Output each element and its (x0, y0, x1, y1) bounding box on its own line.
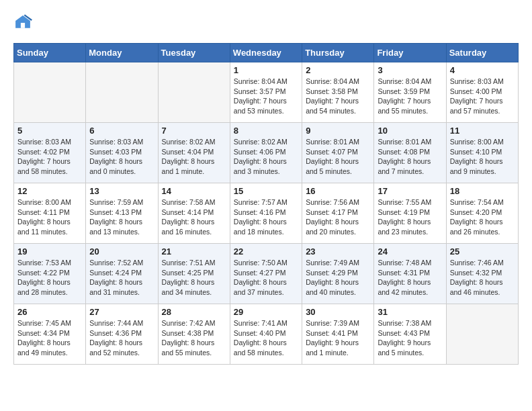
day-number: 22 (234, 246, 298, 257)
day-number: 27 (89, 307, 154, 317)
day-number: 9 (306, 126, 370, 136)
day-number: 7 (162, 126, 226, 136)
day-number: 15 (234, 186, 298, 196)
calendar-cell: 4Sunrise: 8:03 AM Sunset: 4:00 PM Daylig… (446, 62, 518, 123)
day-number: 31 (378, 307, 442, 317)
day-info: Sunrise: 8:00 AM Sunset: 4:10 PM Dayligh… (450, 137, 515, 177)
weekday-header-tuesday: Tuesday (158, 44, 230, 62)
day-number: 11 (450, 126, 515, 136)
day-info: Sunrise: 8:03 AM Sunset: 4:02 PM Dayligh… (17, 137, 82, 177)
day-info: Sunrise: 7:42 AM Sunset: 4:38 PM Dayligh… (162, 318, 226, 358)
day-number: 28 (162, 307, 226, 317)
day-info: Sunrise: 7:38 AM Sunset: 4:43 PM Dayligh… (378, 318, 442, 358)
calendar-week-row: 19Sunrise: 7:53 AM Sunset: 4:22 PM Dayli… (14, 244, 519, 304)
day-info: Sunrise: 8:04 AM Sunset: 3:58 PM Dayligh… (306, 77, 370, 116)
calendar-cell: 27Sunrise: 7:44 AM Sunset: 4:36 PM Dayli… (86, 304, 158, 365)
calendar-cell (158, 62, 230, 123)
day-number: 3 (378, 65, 442, 75)
calendar-cell (446, 304, 518, 365)
day-number: 2 (306, 65, 370, 75)
day-info: Sunrise: 7:52 AM Sunset: 4:24 PM Dayligh… (89, 258, 154, 298)
weekday-header-thursday: Thursday (302, 44, 374, 62)
day-number: 24 (378, 246, 442, 257)
day-info: Sunrise: 7:50 AM Sunset: 4:27 PM Dayligh… (234, 258, 298, 298)
calendar-cell: 16Sunrise: 7:56 AM Sunset: 4:17 PM Dayli… (302, 183, 374, 244)
day-number: 30 (306, 307, 370, 317)
day-number: 21 (162, 246, 226, 257)
calendar-cell: 2Sunrise: 8:04 AM Sunset: 3:58 PM Daylig… (302, 62, 374, 123)
day-info: Sunrise: 7:53 AM Sunset: 4:22 PM Dayligh… (17, 258, 82, 298)
weekday-header-sunday: Sunday (14, 44, 86, 62)
day-number: 16 (306, 186, 370, 196)
calendar-cell: 14Sunrise: 7:58 AM Sunset: 4:14 PM Dayli… (158, 183, 230, 244)
day-info: Sunrise: 7:39 AM Sunset: 4:41 PM Dayligh… (306, 318, 370, 358)
logo (13, 13, 35, 32)
day-info: Sunrise: 7:49 AM Sunset: 4:29 PM Dayligh… (306, 258, 370, 298)
day-number: 29 (234, 307, 298, 317)
calendar-week-row: 26Sunrise: 7:45 AM Sunset: 4:34 PM Dayli… (14, 304, 519, 365)
calendar-cell: 21Sunrise: 7:51 AM Sunset: 4:25 PM Dayli… (158, 244, 230, 304)
calendar-cell: 13Sunrise: 7:59 AM Sunset: 4:13 PM Dayli… (86, 183, 158, 244)
calendar-table: SundayMondayTuesdayWednesdayThursdayFrid… (13, 43, 519, 365)
calendar-cell: 6Sunrise: 8:03 AM Sunset: 4:03 PM Daylig… (86, 123, 158, 183)
calendar-cell: 30Sunrise: 7:39 AM Sunset: 4:41 PM Dayli… (302, 304, 374, 365)
calendar-cell: 9Sunrise: 8:01 AM Sunset: 4:07 PM Daylig… (302, 123, 374, 183)
day-info: Sunrise: 8:04 AM Sunset: 3:57 PM Dayligh… (234, 77, 298, 116)
calendar-cell: 18Sunrise: 7:54 AM Sunset: 4:20 PM Dayli… (446, 183, 518, 244)
calendar-week-row: 5Sunrise: 8:03 AM Sunset: 4:02 PM Daylig… (14, 123, 519, 183)
day-number: 1 (234, 65, 298, 75)
calendar-cell: 17Sunrise: 7:55 AM Sunset: 4:19 PM Dayli… (374, 183, 446, 244)
weekday-header-monday: Monday (86, 44, 158, 62)
day-info: Sunrise: 7:59 AM Sunset: 4:13 PM Dayligh… (89, 197, 154, 237)
day-number: 18 (450, 186, 515, 196)
day-info: Sunrise: 8:04 AM Sunset: 3:59 PM Dayligh… (378, 77, 442, 116)
day-number: 26 (17, 307, 82, 317)
calendar-week-row: 1Sunrise: 8:04 AM Sunset: 3:57 PM Daylig… (14, 62, 519, 123)
day-info: Sunrise: 7:45 AM Sunset: 4:34 PM Dayligh… (17, 318, 82, 358)
day-number: 8 (234, 126, 298, 136)
weekday-header-row: SundayMondayTuesdayWednesdayThursdayFrid… (14, 44, 519, 62)
day-info: Sunrise: 8:02 AM Sunset: 4:06 PM Dayligh… (234, 137, 298, 177)
calendar-cell: 15Sunrise: 7:57 AM Sunset: 4:16 PM Dayli… (230, 183, 302, 244)
calendar-cell: 8Sunrise: 8:02 AM Sunset: 4:06 PM Daylig… (230, 123, 302, 183)
day-info: Sunrise: 7:55 AM Sunset: 4:19 PM Dayligh… (378, 197, 442, 237)
day-number: 23 (306, 246, 370, 257)
logo-icon (13, 13, 32, 32)
day-info: Sunrise: 8:00 AM Sunset: 4:11 PM Dayligh… (17, 197, 82, 237)
day-info: Sunrise: 7:48 AM Sunset: 4:31 PM Dayligh… (378, 258, 442, 298)
calendar-cell: 12Sunrise: 8:00 AM Sunset: 4:11 PM Dayli… (14, 183, 86, 244)
calendar-cell: 19Sunrise: 7:53 AM Sunset: 4:22 PM Dayli… (14, 244, 86, 304)
day-number: 14 (162, 186, 226, 196)
day-info: Sunrise: 8:01 AM Sunset: 4:07 PM Dayligh… (306, 137, 370, 177)
svg-rect-2 (21, 23, 25, 28)
day-number: 5 (17, 126, 82, 136)
calendar-cell: 7Sunrise: 8:02 AM Sunset: 4:04 PM Daylig… (158, 123, 230, 183)
day-info: Sunrise: 7:56 AM Sunset: 4:17 PM Dayligh… (306, 197, 370, 237)
day-info: Sunrise: 7:54 AM Sunset: 4:20 PM Dayligh… (450, 197, 515, 237)
day-number: 10 (378, 126, 442, 136)
header (13, 13, 519, 32)
calendar-week-row: 12Sunrise: 8:00 AM Sunset: 4:11 PM Dayli… (14, 183, 519, 244)
day-info: Sunrise: 8:02 AM Sunset: 4:04 PM Dayligh… (162, 137, 226, 177)
day-number: 19 (17, 246, 82, 257)
day-info: Sunrise: 8:03 AM Sunset: 4:03 PM Dayligh… (89, 137, 154, 177)
day-number: 12 (17, 186, 82, 196)
calendar-cell: 26Sunrise: 7:45 AM Sunset: 4:34 PM Dayli… (14, 304, 86, 365)
day-info: Sunrise: 7:58 AM Sunset: 4:14 PM Dayligh… (162, 197, 226, 237)
weekday-header-saturday: Saturday (446, 44, 518, 62)
calendar-cell: 22Sunrise: 7:50 AM Sunset: 4:27 PM Dayli… (230, 244, 302, 304)
calendar-cell (14, 62, 86, 123)
calendar-cell: 24Sunrise: 7:48 AM Sunset: 4:31 PM Dayli… (374, 244, 446, 304)
calendar-cell: 5Sunrise: 8:03 AM Sunset: 4:02 PM Daylig… (14, 123, 86, 183)
day-number: 4 (450, 65, 515, 75)
calendar-cell: 11Sunrise: 8:00 AM Sunset: 4:10 PM Dayli… (446, 123, 518, 183)
calendar-cell: 31Sunrise: 7:38 AM Sunset: 4:43 PM Dayli… (374, 304, 446, 365)
calendar-cell: 28Sunrise: 7:42 AM Sunset: 4:38 PM Dayli… (158, 304, 230, 365)
day-number: 17 (378, 186, 442, 196)
day-info: Sunrise: 7:41 AM Sunset: 4:40 PM Dayligh… (234, 318, 298, 358)
calendar-cell: 25Sunrise: 7:46 AM Sunset: 4:32 PM Dayli… (446, 244, 518, 304)
calendar-cell: 10Sunrise: 8:01 AM Sunset: 4:08 PM Dayli… (374, 123, 446, 183)
calendar-cell: 3Sunrise: 8:04 AM Sunset: 3:59 PM Daylig… (374, 62, 446, 123)
weekday-header-wednesday: Wednesday (230, 44, 302, 62)
day-info: Sunrise: 8:03 AM Sunset: 4:00 PM Dayligh… (450, 77, 515, 116)
